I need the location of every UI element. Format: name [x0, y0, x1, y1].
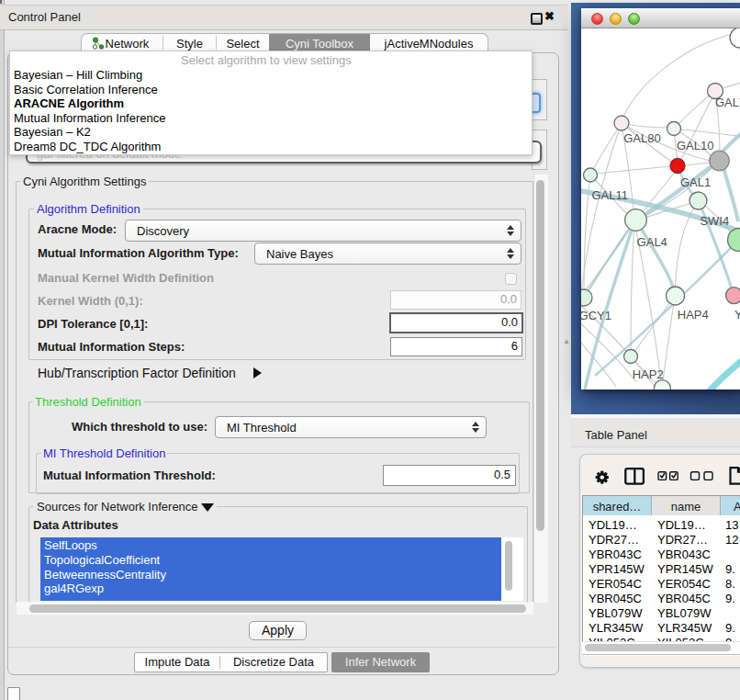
svg-text:GAL10: GAL10	[677, 139, 713, 152]
svg-text:GAL7: GAL7	[715, 96, 740, 109]
svg-text:GCY1: GCY1	[581, 309, 611, 322]
svg-text:GAL4: GAL4	[637, 235, 667, 249]
svg-text:GAL80: GAL80	[623, 131, 660, 145]
svg-text:Y: Y	[734, 308, 740, 322]
svg-text:SWI4: SWI4	[700, 214, 729, 228]
svg-text:HAP2: HAP2	[633, 367, 664, 381]
svg-text:HAP4: HAP4	[678, 308, 709, 322]
svg-text:GAL1: GAL1	[680, 175, 711, 189]
svg-text:GAL11: GAL11	[591, 188, 628, 202]
